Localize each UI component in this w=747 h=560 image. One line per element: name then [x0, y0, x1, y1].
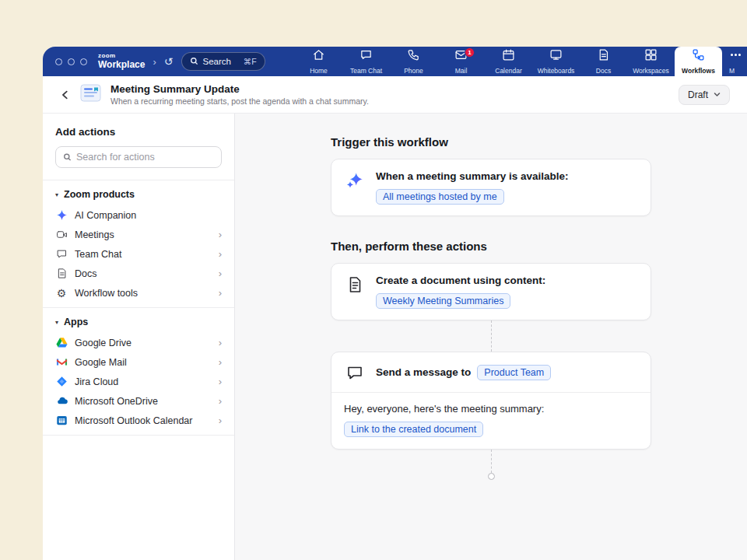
action-card-send-message[interactable]: Send a message to Product Team Hey, ever… [331, 352, 651, 450]
nav-more-partial[interactable]: M [722, 47, 747, 76]
sidebar-item-jira-cloud[interactable]: Jira Cloud › [43, 372, 234, 391]
connector-line [491, 320, 492, 352]
message-recipient-tag[interactable]: Product Team [477, 365, 551, 380]
chevron-right-icon: › [219, 376, 222, 387]
calendar-icon [502, 48, 515, 65]
team-chat-icon [55, 248, 68, 261]
sidebar-item-google-drive[interactable]: Google Drive › [43, 333, 234, 352]
search-icon [190, 57, 198, 67]
section-apps[interactable]: ▾ Apps [43, 308, 234, 333]
logo-workplace-text: Workplace [98, 60, 145, 70]
jira-cloud-icon [55, 376, 68, 388]
trigger-scope-tag[interactable]: All meetings hosted by me [376, 189, 504, 205]
ai-companion-icon [55, 209, 68, 222]
chevron-right-icon: › [219, 268, 222, 278]
nav-team-chat[interactable]: Team Chat [342, 47, 390, 76]
trigger-card[interactable]: When a meeting summary is available: All… [331, 159, 651, 216]
collapse-triangle-icon: ▾ [55, 191, 58, 198]
chat-bubble-icon [344, 362, 365, 382]
history-icon[interactable]: ↺ [164, 55, 174, 68]
sidebar-item-meetings[interactable]: Meetings › [43, 225, 234, 244]
docs-icon [55, 268, 68, 280]
whiteboards-icon [549, 48, 563, 65]
sidebar-item-docs[interactable]: Docs › [43, 264, 234, 283]
microsoft-onedrive-icon [55, 395, 68, 408]
chevron-right-icon: › [219, 249, 222, 259]
nav-phone[interactable]: Phone [390, 47, 437, 76]
search-icon [63, 152, 72, 162]
document-icon [344, 275, 365, 294]
connector-line [491, 450, 492, 473]
chevron-right-icon: › [219, 357, 222, 367]
sidebar-title: Add actions [55, 126, 222, 138]
window-control-minimize-icon[interactable] [68, 58, 75, 65]
sidebar-item-microsoft-outlook-calendar[interactable]: Microsoft Outlook Calendar › [43, 411, 234, 430]
chevron-right-icon: › [219, 229, 222, 240]
document-content-tag[interactable]: Weekly Meeting Summaries [376, 293, 510, 309]
phone-icon [407, 48, 420, 65]
chevron-right-icon: › [219, 396, 222, 406]
status-dropdown[interactable]: Draft [679, 85, 730, 105]
global-search[interactable]: Search ⌘F [181, 52, 265, 71]
sidebar-item-ai-companion[interactable]: AI Companion [43, 205, 234, 225]
chevron-right-icon: › [219, 338, 222, 348]
meetings-icon [55, 229, 68, 241]
chevron-down-icon [714, 91, 721, 98]
sidebar-divider [43, 435, 234, 436]
nav-workflows[interactable]: Workflows [675, 47, 722, 76]
team-chat-icon [359, 48, 373, 65]
collapse-triangle-icon: ▾ [55, 319, 58, 326]
section-zoom-products[interactable]: ▾ Zoom products [43, 180, 234, 205]
workflow-header: Meeting Summary Update When a recurring … [43, 76, 747, 114]
trigger-text: When a meeting summary is available: [376, 170, 569, 182]
workflow-title: Meeting Summary Update [110, 83, 369, 95]
chevron-right-icon: › [219, 288, 222, 298]
window-control-close-icon[interactable] [55, 58, 62, 65]
window-controls[interactable] [55, 58, 87, 65]
action-card-create-document[interactable]: Create a document using content: Weekly … [331, 263, 651, 320]
sidebar-item-workflow-tools[interactable]: ⚙ Workflow tools › [43, 283, 234, 303]
workflow-canvas: Trigger this workflow When a meeting sum… [235, 114, 747, 560]
workflow-thumbnail-icon [80, 84, 101, 105]
chevron-right-icon[interactable]: › [153, 56, 156, 68]
back-button[interactable] [60, 89, 71, 100]
message-body-text: Hey, everyone, here's the meeting summar… [344, 403, 638, 415]
sidebar-item-team-chat[interactable]: Team Chat › [43, 244, 234, 264]
search-label: Search [203, 57, 231, 66]
sidebar-item-microsoft-onedrive[interactable]: Microsoft OneDrive › [43, 391, 234, 411]
search-shortcut: ⌘F [244, 57, 257, 66]
gear-icon: ⚙ [55, 287, 68, 299]
google-mail-icon [55, 356, 68, 369]
trigger-heading: Trigger this workflow [331, 135, 651, 149]
add-step-node[interactable] [488, 473, 495, 480]
actions-search[interactable] [55, 146, 222, 168]
ai-sparkle-icon [344, 170, 365, 190]
home-icon [312, 48, 325, 65]
topbar: zoom Workplace › ↺ Search ⌘F Home Team C… [43, 47, 747, 76]
nav-whiteboards[interactable]: Whiteboards [532, 47, 580, 76]
nav-workspaces[interactable]: Workspaces [627, 47, 675, 76]
mail-unread-badge: 1 [465, 47, 475, 58]
nav-home[interactable]: Home [295, 47, 342, 76]
actions-heading: Then, perform these actions [331, 240, 651, 253]
workflow-subtitle: When a recurring meeting starts, post th… [110, 96, 369, 106]
action-document-text: Create a document using content: [376, 275, 545, 286]
chevron-right-icon: › [219, 415, 222, 425]
workflows-icon [692, 48, 705, 65]
action-message-text: Send a message to [376, 366, 471, 378]
docs-icon [597, 48, 610, 65]
message-link-tag[interactable]: Link to the created document [344, 422, 483, 437]
status-label: Draft [688, 89, 708, 100]
actions-search-input[interactable] [76, 152, 214, 163]
sidebar-item-google-mail[interactable]: Google Mail › [43, 352, 234, 372]
more-icon [729, 48, 742, 65]
google-drive-icon [55, 337, 68, 349]
microsoft-outlook-calendar-icon [55, 415, 68, 427]
zoom-workplace-logo: zoom Workplace [98, 53, 145, 70]
app-window: zoom Workplace › ↺ Search ⌘F Home Team C… [43, 47, 747, 560]
nav-mail[interactable]: 1 Mail [437, 47, 485, 76]
window-control-maximize-icon[interactable] [80, 58, 87, 65]
workspaces-icon [644, 48, 658, 65]
nav-calendar[interactable]: Calendar [485, 47, 532, 76]
nav-docs[interactable]: Docs [580, 47, 627, 76]
